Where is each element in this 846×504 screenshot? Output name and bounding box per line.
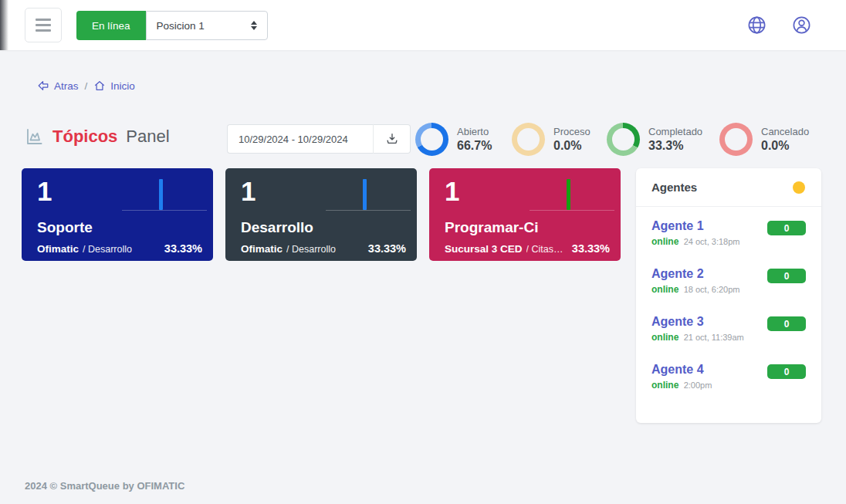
date-range-group (227, 124, 411, 154)
stat-value: 0.0% (553, 139, 591, 153)
breadcrumb: Atras / Inicio (37, 79, 135, 92)
page-title: Tópicos Panel (25, 127, 170, 147)
date-range-input[interactable] (227, 124, 374, 154)
page-title-primary: Tópicos (52, 127, 117, 147)
download-icon (385, 132, 399, 146)
breadcrumb-home-link[interactable]: Inicio (93, 79, 135, 92)
stat-value: 33.3% (648, 139, 702, 153)
agent-last-seen: 21 oct, 11:39am (684, 333, 744, 342)
sparkline-bar (567, 179, 570, 210)
card-dept: / Citas… (526, 244, 563, 255)
agent-row: Agente 1 0 online 24 oct, 3:18pm (651, 219, 806, 247)
card-title: Programar-Ci (445, 219, 538, 236)
globe-icon (746, 15, 767, 36)
page-title-secondary: Panel (126, 127, 169, 147)
stat-value: 0.0% (761, 139, 809, 153)
status-dot-icon (793, 181, 805, 194)
stat-label: Completado (648, 126, 702, 137)
agent-count-badge: 0 (767, 221, 806, 235)
home-icon (93, 79, 106, 92)
hamburger-icon (36, 19, 51, 21)
language-globe-button[interactable] (746, 15, 767, 36)
card-dept: / Desarrollo (83, 244, 132, 255)
card-title: Desarrollo (241, 219, 313, 236)
stat-completado: Completado 33.3% (607, 123, 702, 156)
agent-name-link[interactable]: Agente 2 (651, 267, 704, 281)
export-button[interactable] (374, 124, 411, 154)
donut-completado (607, 123, 640, 156)
user-circle-icon (791, 15, 812, 36)
card-title: Soporte (37, 219, 93, 236)
card-percentage: 33.33% (164, 242, 202, 255)
agent-name-link[interactable]: Agente 3 (651, 315, 704, 329)
agent-name-link[interactable]: Agente 1 (651, 219, 704, 233)
agent-row: Agente 4 0 online 2:00pm (651, 363, 806, 391)
sparkline-axis (530, 210, 614, 211)
card-org: Sucursal 3 CED (445, 243, 523, 255)
online-status-button[interactable]: En línea (76, 11, 146, 40)
card-count: 1 (445, 176, 459, 207)
back-arrow-icon (37, 79, 49, 92)
topic-card-desarrollo: 1 Desarrollo Ofimatic / Desarrollo 33.33… (225, 168, 417, 261)
agent-online-status: online (651, 380, 678, 391)
area-chart-icon (25, 127, 44, 147)
stat-proceso: Proceso 0.0% (512, 123, 591, 156)
agent-online-status: online (651, 236, 678, 247)
select-caret-icon (251, 21, 257, 30)
sparkline-axis (326, 210, 411, 211)
collapsed-sidebar-edge (0, 0, 8, 50)
menu-toggle-button[interactable] (25, 8, 62, 42)
agent-row: Agente 3 0 online 21 oct, 11:39am (651, 315, 806, 343)
agent-online-status: online (651, 332, 678, 343)
card-count: 1 (37, 176, 52, 207)
breadcrumb-back-link[interactable]: Atras (37, 79, 79, 92)
stat-label: Abierto (457, 126, 492, 137)
card-count: 1 (241, 176, 255, 207)
agents-panel-title: Agentes (651, 181, 697, 194)
donut-proceso (512, 123, 545, 156)
position-select-value: Posicion 1 (157, 20, 205, 32)
stat-abierto: Abierto 66.7% (415, 123, 492, 156)
agent-name-link[interactable]: Agente 4 (651, 363, 704, 377)
agent-count-badge: 0 (767, 364, 806, 379)
agent-row: Agente 2 0 online 18 oct, 6:20pm (651, 267, 806, 295)
agent-online-status: online (651, 284, 678, 295)
donut-abierto (415, 123, 448, 156)
position-select[interactable]: Posicion 1 (146, 11, 268, 40)
topic-card-soporte: 1 Soporte Ofimatic / Desarrollo 33.33% (22, 168, 213, 261)
agents-panel: Agentes Agente 1 0 online 24 oct, 3:18pm… (636, 168, 821, 423)
stat-cancelado: Cancelado 0.0% (719, 123, 809, 156)
top-navbar: En línea Posicion 1 (0, 0, 846, 50)
card-percentage: 33.33% (368, 242, 406, 255)
card-org: Ofimatic (241, 243, 283, 255)
sparkline-bar (159, 179, 163, 210)
status-position-group: En línea Posicion 1 (76, 11, 268, 40)
card-percentage: 33.33% (572, 242, 610, 255)
account-button[interactable] (791, 15, 812, 36)
donut-cancelado (719, 123, 753, 156)
topic-card-programar-cita: 1 Programar-Ci Sucursal 3 CED / Citas… 3… (429, 168, 621, 261)
card-org: Ofimatic (37, 243, 79, 255)
agents-panel-header: Agentes (636, 168, 821, 207)
agent-last-seen: 2:00pm (684, 381, 712, 390)
stat-label: Proceso (553, 126, 591, 137)
sparkline-axis (122, 210, 207, 211)
breadcrumb-separator: / (85, 80, 88, 92)
stat-value: 66.7% (457, 139, 492, 153)
breadcrumb-home-label: Inicio (110, 80, 135, 92)
card-dept: / Desarrollo (286, 244, 336, 255)
footer-copyright: 2024 © SmartQueue by OFIMATIC (25, 480, 184, 492)
agent-count-badge: 0 (767, 269, 806, 283)
breadcrumb-back-label: Atras (54, 80, 79, 92)
sparkline-bar (363, 179, 367, 210)
stat-label: Cancelado (761, 126, 809, 137)
agent-last-seen: 18 oct, 6:20pm (684, 285, 740, 294)
agent-count-badge: 0 (767, 316, 806, 331)
agent-last-seen: 24 oct, 3:18pm (684, 237, 740, 246)
